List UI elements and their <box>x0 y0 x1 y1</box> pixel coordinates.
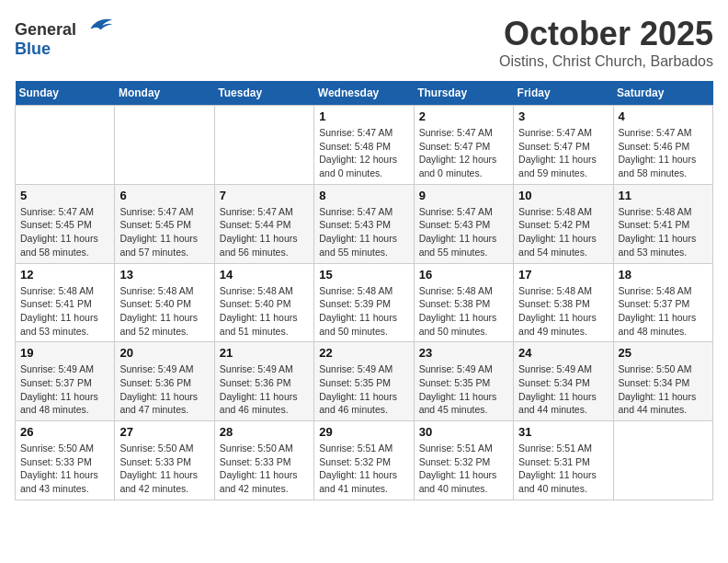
day-info: Sunrise: 5:47 AM Sunset: 5:45 PM Dayligh… <box>20 205 109 259</box>
calendar-cell: 27Sunrise: 5:50 AM Sunset: 5:33 PM Dayli… <box>115 421 214 500</box>
day-number: 14 <box>220 268 309 282</box>
day-number: 4 <box>619 109 708 123</box>
calendar-cell: 29Sunrise: 5:51 AM Sunset: 5:32 PM Dayli… <box>314 421 414 500</box>
day-number: 9 <box>419 189 508 202</box>
calendar-header-saturday: Saturday <box>613 81 712 106</box>
day-info: Sunrise: 5:48 AM Sunset: 5:37 PM Dayligh… <box>619 284 708 339</box>
calendar-cell: 31Sunrise: 5:51 AM Sunset: 5:31 PM Dayli… <box>514 421 613 500</box>
day-number: 10 <box>518 189 608 202</box>
calendar-header-thursday: Thursday <box>414 81 513 106</box>
calendar-cell: 30Sunrise: 5:51 AM Sunset: 5:32 PM Dayli… <box>414 421 513 500</box>
calendar-cell: 5Sunrise: 5:47 AM Sunset: 5:45 PM Daylig… <box>16 184 115 263</box>
day-info: Sunrise: 5:48 AM Sunset: 5:38 PM Dayligh… <box>419 284 508 339</box>
title-block: October 2025 Oistins, Christ Church, Bar… <box>499 15 713 70</box>
calendar-cell: 3Sunrise: 5:47 AM Sunset: 5:47 PM Daylig… <box>514 106 613 185</box>
calendar-week-row: 5Sunrise: 5:47 AM Sunset: 5:45 PM Daylig… <box>16 184 713 263</box>
day-info: Sunrise: 5:47 AM Sunset: 5:45 PM Dayligh… <box>119 205 209 259</box>
day-number: 2 <box>419 109 508 123</box>
calendar-header-row: SundayMondayTuesdayWednesdayThursdayFrid… <box>16 81 713 106</box>
day-number: 18 <box>619 268 708 282</box>
calendar-header-monday: Monday <box>115 81 214 106</box>
calendar-cell: 25Sunrise: 5:50 AM Sunset: 5:34 PM Dayli… <box>613 342 712 421</box>
day-info: Sunrise: 5:51 AM Sunset: 5:31 PM Dayligh… <box>518 442 608 496</box>
day-info: Sunrise: 5:48 AM Sunset: 5:40 PM Dayligh… <box>220 284 309 339</box>
day-info: Sunrise: 5:49 AM Sunset: 5:35 PM Dayligh… <box>319 362 408 417</box>
calendar-cell: 10Sunrise: 5:48 AM Sunset: 5:42 PM Dayli… <box>514 184 613 263</box>
day-number: 30 <box>419 425 508 439</box>
day-number: 31 <box>518 425 608 439</box>
day-number: 13 <box>119 268 209 282</box>
calendar-cell: 6Sunrise: 5:47 AM Sunset: 5:45 PM Daylig… <box>115 184 214 263</box>
calendar-header-tuesday: Tuesday <box>214 81 313 106</box>
day-number: 15 <box>319 268 408 282</box>
day-number: 12 <box>20 268 109 282</box>
calendar-cell: 14Sunrise: 5:48 AM Sunset: 5:40 PM Dayli… <box>214 263 313 342</box>
day-number: 22 <box>319 346 408 360</box>
calendar-cell: 16Sunrise: 5:48 AM Sunset: 5:38 PM Dayli… <box>414 263 513 342</box>
day-info: Sunrise: 5:50 AM Sunset: 5:34 PM Dayligh… <box>619 362 708 417</box>
logo-general-text: General <box>15 20 76 39</box>
day-number: 1 <box>319 109 408 123</box>
day-info: Sunrise: 5:48 AM Sunset: 5:41 PM Dayligh… <box>619 205 708 259</box>
day-number: 27 <box>119 425 209 439</box>
calendar-week-row: 19Sunrise: 5:49 AM Sunset: 5:37 PM Dayli… <box>16 342 713 421</box>
calendar-cell: 1Sunrise: 5:47 AM Sunset: 5:48 PM Daylig… <box>314 106 414 185</box>
calendar-cell: 23Sunrise: 5:49 AM Sunset: 5:35 PM Dayli… <box>414 342 513 421</box>
calendar-cell: 17Sunrise: 5:48 AM Sunset: 5:38 PM Dayli… <box>514 263 613 342</box>
location-title: Oistins, Christ Church, Barbados <box>499 53 713 70</box>
day-number: 7 <box>220 189 309 202</box>
calendar-cell: 7Sunrise: 5:47 AM Sunset: 5:44 PM Daylig… <box>214 184 313 263</box>
day-number: 25 <box>619 346 708 360</box>
day-info: Sunrise: 5:50 AM Sunset: 5:33 PM Dayligh… <box>220 442 309 496</box>
day-number: 19 <box>20 346 109 360</box>
day-info: Sunrise: 5:51 AM Sunset: 5:32 PM Dayligh… <box>319 442 408 496</box>
calendar-cell: 22Sunrise: 5:49 AM Sunset: 5:35 PM Dayli… <box>314 342 414 421</box>
day-info: Sunrise: 5:51 AM Sunset: 5:32 PM Dayligh… <box>419 442 508 496</box>
day-info: Sunrise: 5:50 AM Sunset: 5:33 PM Dayligh… <box>119 442 209 496</box>
day-number: 3 <box>518 109 608 123</box>
calendar-cell: 9Sunrise: 5:47 AM Sunset: 5:43 PM Daylig… <box>414 184 513 263</box>
logo-blue-text: Blue <box>15 40 51 59</box>
calendar-cell <box>214 106 313 185</box>
calendar-cell: 19Sunrise: 5:49 AM Sunset: 5:37 PM Dayli… <box>16 342 115 421</box>
day-info: Sunrise: 5:50 AM Sunset: 5:33 PM Dayligh… <box>20 442 109 496</box>
day-info: Sunrise: 5:47 AM Sunset: 5:47 PM Dayligh… <box>419 126 508 180</box>
calendar-cell <box>613 421 712 500</box>
day-number: 24 <box>518 346 608 360</box>
month-title: October 2025 <box>499 15 713 53</box>
calendar-cell: 12Sunrise: 5:48 AM Sunset: 5:41 PM Dayli… <box>16 263 115 342</box>
calendar-cell: 18Sunrise: 5:48 AM Sunset: 5:37 PM Dayli… <box>613 263 712 342</box>
day-info: Sunrise: 5:49 AM Sunset: 5:37 PM Dayligh… <box>20 362 109 417</box>
day-number: 29 <box>319 425 408 439</box>
logo-bird-icon <box>85 15 114 35</box>
calendar-cell <box>115 106 214 185</box>
calendar-header-sunday: Sunday <box>16 81 115 106</box>
day-info: Sunrise: 5:49 AM Sunset: 5:36 PM Dayligh… <box>119 362 209 417</box>
day-number: 16 <box>419 268 508 282</box>
day-info: Sunrise: 5:47 AM Sunset: 5:46 PM Dayligh… <box>619 126 708 180</box>
calendar-cell: 24Sunrise: 5:49 AM Sunset: 5:34 PM Dayli… <box>514 342 613 421</box>
day-number: 21 <box>220 346 309 360</box>
day-number: 8 <box>319 189 408 202</box>
day-number: 26 <box>20 425 109 439</box>
calendar-cell: 4Sunrise: 5:47 AM Sunset: 5:46 PM Daylig… <box>613 106 712 185</box>
logo: General Blue <box>15 15 114 59</box>
day-number: 20 <box>119 346 209 360</box>
calendar-cell: 28Sunrise: 5:50 AM Sunset: 5:33 PM Dayli… <box>214 421 313 500</box>
calendar-week-row: 26Sunrise: 5:50 AM Sunset: 5:33 PM Dayli… <box>16 421 713 500</box>
day-info: Sunrise: 5:47 AM Sunset: 5:47 PM Dayligh… <box>518 126 608 180</box>
day-number: 28 <box>220 425 309 439</box>
day-info: Sunrise: 5:47 AM Sunset: 5:43 PM Dayligh… <box>419 205 508 259</box>
day-number: 11 <box>619 189 708 202</box>
calendar-cell: 8Sunrise: 5:47 AM Sunset: 5:43 PM Daylig… <box>314 184 414 263</box>
day-number: 17 <box>518 268 608 282</box>
day-number: 5 <box>20 189 109 202</box>
calendar-header-friday: Friday <box>514 81 613 106</box>
day-info: Sunrise: 5:48 AM Sunset: 5:41 PM Dayligh… <box>20 284 109 339</box>
day-info: Sunrise: 5:48 AM Sunset: 5:40 PM Dayligh… <box>119 284 209 339</box>
calendar-cell: 26Sunrise: 5:50 AM Sunset: 5:33 PM Dayli… <box>16 421 115 500</box>
day-number: 6 <box>119 189 209 202</box>
page-header: General Blue October 2025 Oistins, Chris… <box>15 15 713 70</box>
calendar-cell: 11Sunrise: 5:48 AM Sunset: 5:41 PM Dayli… <box>613 184 712 263</box>
calendar-table: SundayMondayTuesdayWednesdayThursdayFrid… <box>15 81 713 500</box>
